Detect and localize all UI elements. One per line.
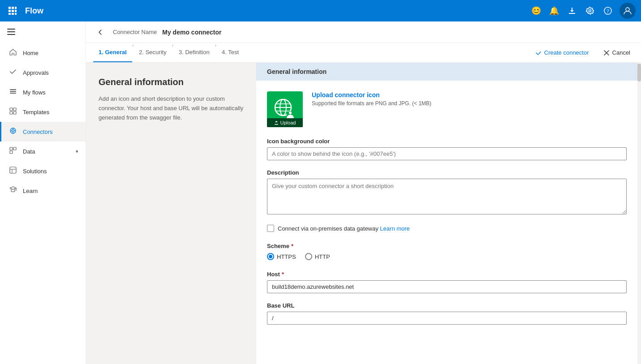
top-nav-icons: 😊 🔔 ? xyxy=(528,3,636,19)
tab-security[interactable]: 2. Security xyxy=(133,43,172,62)
scheme-http-option[interactable]: HTTP xyxy=(305,253,330,260)
sidebar-item-approvals[interactable]: Approvals xyxy=(0,63,86,82)
feedback-icon[interactable]: 😊 xyxy=(528,3,544,19)
notifications-icon[interactable]: 🔔 xyxy=(546,3,562,19)
tab-test[interactable]: 4. Test xyxy=(216,43,244,62)
help-icon[interactable]: ? xyxy=(600,3,616,19)
host-input[interactable] xyxy=(267,280,627,293)
upload-button[interactable]: Upload xyxy=(267,118,303,127)
sidebar-item-label-solutions: Solutions xyxy=(23,168,47,175)
top-navigation: Flow 😊 🔔 ? xyxy=(0,0,641,21)
svg-point-9 xyxy=(589,10,591,12)
svg-rect-3 xyxy=(9,10,11,12)
templates-icon xyxy=(9,107,17,116)
sidebar-item-my-flows[interactable]: My flows xyxy=(0,82,86,102)
svg-point-12 xyxy=(626,8,629,11)
scrollbar-thumb[interactable] xyxy=(637,64,641,81)
download-icon[interactable] xyxy=(564,3,580,19)
host-field: Host * xyxy=(267,271,627,293)
description-label: Description xyxy=(267,169,627,176)
form-body: Upload Upload connector icon Supported f… xyxy=(256,81,637,344)
svg-rect-15 xyxy=(7,34,15,35)
scheme-https-radio[interactable] xyxy=(267,253,274,260)
sidebar-item-label-learn: Learn xyxy=(23,188,38,194)
scheme-section: Scheme * HTTPS HTTP xyxy=(267,243,627,260)
icon-bg-label: Icon background color xyxy=(267,138,627,145)
sidebar-item-home[interactable]: Home xyxy=(0,43,86,63)
tab-general-label: 1. General xyxy=(99,49,127,56)
sidebar-item-templates[interactable]: Templates xyxy=(0,102,86,122)
svg-rect-31 xyxy=(10,151,13,154)
tab-general[interactable]: 1. General xyxy=(93,43,132,62)
create-connector-label: Create connector xyxy=(544,49,589,56)
create-connector-button[interactable]: Create connector xyxy=(532,46,593,60)
connectors-icon xyxy=(9,127,17,136)
svg-rect-32 xyxy=(10,167,16,173)
left-panel: General information Add an icon and shor… xyxy=(86,63,256,364)
icon-bg-input[interactable] xyxy=(267,147,627,160)
svg-rect-6 xyxy=(9,13,11,15)
cancel-button[interactable]: Cancel xyxy=(600,46,634,60)
svg-rect-20 xyxy=(13,108,16,111)
svg-rect-4 xyxy=(12,10,14,12)
icon-area: Upload Upload connector icon Supported f… xyxy=(267,91,627,127)
onpremises-checkbox[interactable] xyxy=(267,225,274,232)
icon-bg-field: Icon background color xyxy=(267,138,627,160)
tab-definition[interactable]: 3. Definition xyxy=(173,43,215,62)
svg-rect-0 xyxy=(9,7,11,9)
menu-icon xyxy=(7,28,15,37)
scheme-radio-group: HTTPS HTTP xyxy=(267,253,627,260)
sidebar-item-learn[interactable]: Learn xyxy=(0,181,86,201)
left-panel-description: Add an icon and short description to you… xyxy=(99,94,244,122)
base-url-input[interactable] xyxy=(267,312,627,325)
sidebar-toggle[interactable] xyxy=(0,21,86,43)
sidebar-item-solutions[interactable]: Solutions xyxy=(0,161,86,181)
right-panel: General information xyxy=(256,63,637,364)
tab-security-label: 2. Security xyxy=(139,49,166,56)
svg-rect-7 xyxy=(12,13,14,15)
sidebar-item-data[interactable]: Data ▾ xyxy=(0,141,86,161)
svg-rect-14 xyxy=(7,31,15,32)
svg-rect-21 xyxy=(10,111,13,114)
sidebar-item-label-data: Data xyxy=(23,148,35,155)
svg-rect-16 xyxy=(10,89,16,90)
scheme-required-star: * xyxy=(291,243,293,249)
icon-upload-text: Upload connector icon Supported file for… xyxy=(312,91,431,107)
solutions-icon xyxy=(9,167,17,176)
main-content: General information Add an icon and shor… xyxy=(86,63,641,364)
user-avatar[interactable] xyxy=(619,3,636,19)
scheme-label: Scheme * xyxy=(267,243,627,249)
svg-rect-2 xyxy=(15,7,17,9)
checkbox-row: Connect via on-premises data gateway Lea… xyxy=(267,225,627,232)
learn-icon xyxy=(9,186,17,195)
icon-preview: Upload xyxy=(267,91,303,127)
svg-rect-29 xyxy=(10,147,13,150)
svg-text:?: ? xyxy=(607,8,609,14)
waffle-menu-button[interactable] xyxy=(5,4,20,18)
learn-more-link[interactable]: Learn more xyxy=(380,225,409,232)
svg-point-40 xyxy=(289,111,292,114)
sidebar-item-label-connectors: Connectors xyxy=(23,128,52,135)
scheme-https-option[interactable]: HTTPS xyxy=(267,253,296,260)
left-panel-title: General information xyxy=(99,77,244,87)
svg-rect-22 xyxy=(13,111,16,114)
svg-rect-18 xyxy=(10,93,16,94)
upload-btn-label: Upload xyxy=(280,120,296,125)
back-button[interactable] xyxy=(93,25,108,39)
sidebar-item-connectors[interactable]: Connectors xyxy=(0,122,86,141)
sidebar-item-label-flows: My flows xyxy=(23,89,46,96)
data-icon xyxy=(9,147,17,156)
settings-icon[interactable] xyxy=(582,3,598,19)
sidebar: Home Approvals My flows Templates Connec… xyxy=(0,21,86,364)
host-required-star: * xyxy=(282,271,284,278)
description-textarea[interactable] xyxy=(267,179,627,214)
tabs-bar: 1. General › 2. Security › 3. Definition… xyxy=(86,43,641,63)
vertical-scrollbar[interactable] xyxy=(637,63,641,364)
app-title: Flow xyxy=(25,6,523,16)
tab-actions: Create connector Cancel xyxy=(532,43,634,62)
scheme-http-radio[interactable] xyxy=(305,253,312,260)
svg-rect-1 xyxy=(12,7,14,9)
checkbox-label: Connect via on-premises data gateway Lea… xyxy=(278,225,410,232)
form-section-header: General information xyxy=(256,63,637,81)
upload-connector-icon-link[interactable]: Upload connector icon xyxy=(312,91,431,98)
